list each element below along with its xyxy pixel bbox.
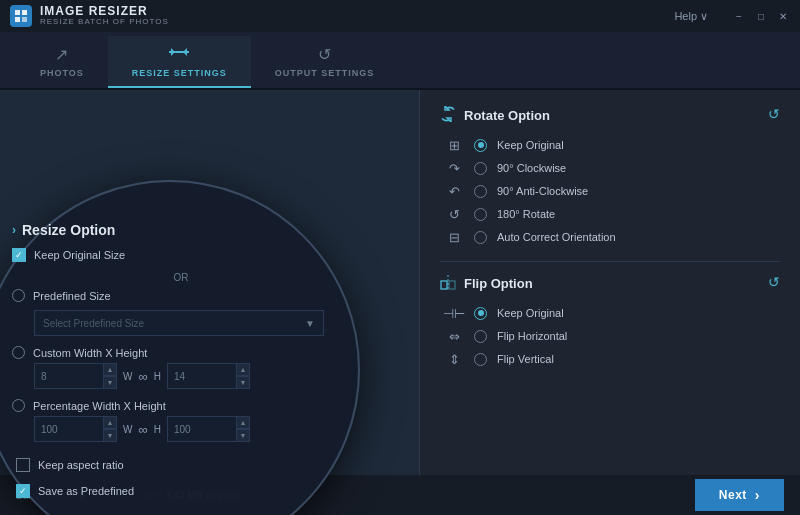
svg-rect-0 xyxy=(15,10,20,15)
rotate-90cw-radio[interactable] xyxy=(474,162,487,175)
window-controls: − □ ✕ xyxy=(732,9,790,23)
keep-aspect-checkbox[interactable] xyxy=(16,458,30,472)
resize-title-text: Resize Option xyxy=(22,222,115,238)
percentage-radio[interactable] xyxy=(12,399,25,412)
flip-keep-radio[interactable] xyxy=(474,307,487,320)
flip-h-label: Flip Horizontal xyxy=(497,330,567,342)
rotate-180-radio[interactable] xyxy=(474,208,487,221)
rotate-90cw-item[interactable]: ↷ 90° Clockwise xyxy=(444,160,780,176)
pct-w-label: W xyxy=(123,424,132,435)
app-wrapper: IMAGE RESIZER RESIZE BATCH OF PHOTOS Hel… xyxy=(0,0,800,515)
rotate-180-icon: ↺ xyxy=(444,206,464,222)
keep-original-row[interactable]: ✓ Keep Original Size xyxy=(12,248,328,262)
custom-height-down[interactable]: ▼ xyxy=(236,376,250,389)
svg-marker-5 xyxy=(171,48,175,56)
or-text: OR xyxy=(34,272,328,283)
title-bar-right: Help ∨ − □ ✕ xyxy=(674,9,790,23)
percentage-row[interactable]: Percentage Width X Height xyxy=(12,399,328,412)
rotate-title-text: Rotate Option xyxy=(464,108,550,123)
save-predefined-row[interactable]: ✓ Save as Predefined xyxy=(16,484,328,498)
svg-rect-2 xyxy=(15,17,20,22)
tab-photos[interactable]: ↗ PHOTOS xyxy=(0,36,108,88)
custom-width-spinner: ▲ ▼ xyxy=(103,363,117,389)
rotate-90cw-icon: ↷ xyxy=(444,160,464,176)
predefined-size-row[interactable]: Predefined Size xyxy=(12,289,328,302)
rotate-auto-item[interactable]: ⊟ Auto Correct Orientation xyxy=(444,229,780,245)
flip-h-icon: ⇔ xyxy=(444,328,464,344)
rotate-180-label: 180° Rotate xyxy=(497,208,555,220)
rotate-90acw-label: 90° Anti-Clockwise xyxy=(497,185,588,197)
pct-width-up[interactable]: ▲ xyxy=(103,416,117,429)
predefined-radio[interactable] xyxy=(12,289,25,302)
rotate-auto-radio[interactable] xyxy=(474,231,487,244)
custom-width-row[interactable]: Custom Width X Height xyxy=(12,346,328,359)
pct-height-input[interactable]: 100 xyxy=(167,416,237,442)
output-tab-label: OUTPUT SETTINGS xyxy=(275,68,375,78)
keep-original-checkbox[interactable]: ✓ xyxy=(12,248,26,262)
custom-height-up[interactable]: ▲ xyxy=(236,363,250,376)
next-button[interactable]: Next › xyxy=(695,479,784,511)
predefined-select-placeholder: Select Predefined Size xyxy=(43,318,144,329)
custom-width-input[interactable]: 8 xyxy=(34,363,104,389)
flip-options-list: ⊣⊢ Keep Original ⇔ Flip Horizontal ⇕ Fli… xyxy=(444,305,780,367)
keep-original-label: Keep Original Size xyxy=(34,249,125,261)
pct-height-spinner: ▲ ▼ xyxy=(236,416,250,442)
custom-width-up[interactable]: ▲ xyxy=(103,363,117,376)
minimize-button[interactable]: − xyxy=(732,9,746,23)
rotate-options-list: ⊞ Keep Original ↷ 90° Clockwise ↶ 90° An… xyxy=(444,137,780,245)
link-icon: ∞ xyxy=(138,369,147,384)
tab-output[interactable]: ↺ OUTPUT SETTINGS xyxy=(251,36,399,88)
custom-height-input[interactable]: 14 xyxy=(167,363,237,389)
flip-keep-item[interactable]: ⊣⊢ Keep Original xyxy=(444,305,780,321)
percentage-dimension-row: 100 ▲ ▼ W ∞ H 100 ▲ ▼ xyxy=(34,416,328,442)
flip-h-radio[interactable] xyxy=(474,330,487,343)
pct-width-down[interactable]: ▼ xyxy=(103,429,117,442)
flip-icon xyxy=(440,274,456,293)
flip-keep-icon: ⊣⊢ xyxy=(444,305,464,321)
pct-link-icon: ∞ xyxy=(138,422,147,437)
custom-width-down[interactable]: ▼ xyxy=(103,376,117,389)
rotate-reset-button[interactable]: ↺ xyxy=(768,106,780,122)
flip-v-radio[interactable] xyxy=(474,353,487,366)
photos-tab-icon: ↗ xyxy=(55,45,69,64)
percentage-label: Percentage Width X Height xyxy=(33,400,166,412)
right-panel: Rotate Option ↺ ⊞ Keep Original ↷ 90° Cl… xyxy=(420,90,800,475)
resize-chevron-icon: › xyxy=(12,223,16,237)
rotate-icon xyxy=(440,106,456,125)
save-predefined-checkbox[interactable]: ✓ xyxy=(16,484,30,498)
flip-reset-button[interactable]: ↺ xyxy=(768,274,780,290)
next-button-label: Next xyxy=(719,488,747,502)
flip-title: Flip Option xyxy=(440,274,780,293)
rotate-title: Rotate Option xyxy=(440,106,780,125)
flip-v-item[interactable]: ⇕ Flip Vertical xyxy=(444,351,780,367)
tab-bar: ↗ PHOTOS RESIZE SETTINGS ↺ OUTPUT SETTIN… xyxy=(0,32,800,90)
flip-h-item[interactable]: ⇔ Flip Horizontal xyxy=(444,328,780,344)
rotate-90acw-item[interactable]: ↶ 90° Anti-Clockwise xyxy=(444,183,780,199)
resize-circle-overlay: › Resize Option ✓ Keep Original Size OR … xyxy=(0,180,360,515)
svg-rect-8 xyxy=(449,281,455,289)
title-bar: IMAGE RESIZER RESIZE BATCH OF PHOTOS Hel… xyxy=(0,0,800,32)
rotate-180-item[interactable]: ↺ 180° Rotate xyxy=(444,206,780,222)
pct-height-down[interactable]: ▼ xyxy=(236,429,250,442)
predefined-select[interactable]: Select Predefined Size ▼ xyxy=(34,310,324,336)
rotate-90cw-label: 90° Clockwise xyxy=(497,162,566,174)
svg-rect-7 xyxy=(441,281,447,289)
maximize-button[interactable]: □ xyxy=(754,9,768,23)
rotate-90acw-radio[interactable] xyxy=(474,185,487,198)
close-button[interactable]: ✕ xyxy=(776,9,790,23)
title-bar-left: IMAGE RESIZER RESIZE BATCH OF PHOTOS xyxy=(10,5,169,27)
predefined-label: Predefined Size xyxy=(33,290,111,302)
predefined-select-arrow: ▼ xyxy=(305,318,315,329)
custom-radio[interactable] xyxy=(12,346,25,359)
pct-height-up[interactable]: ▲ xyxy=(236,416,250,429)
rotate-keep-radio[interactable] xyxy=(474,139,487,152)
keep-aspect-row[interactable]: Keep aspect ratio xyxy=(16,458,328,472)
help-button[interactable]: Help ∨ xyxy=(674,10,708,23)
section-divider xyxy=(440,261,780,262)
tab-resize[interactable]: RESIZE SETTINGS xyxy=(108,36,251,88)
resize-tab-label: RESIZE SETTINGS xyxy=(132,68,227,78)
pct-width-input[interactable]: 100 xyxy=(34,416,104,442)
next-button-arrow: › xyxy=(755,487,760,503)
app-subtitle: RESIZE BATCH OF PHOTOS xyxy=(40,18,169,27)
rotate-option-item[interactable]: ⊞ Keep Original xyxy=(444,137,780,153)
